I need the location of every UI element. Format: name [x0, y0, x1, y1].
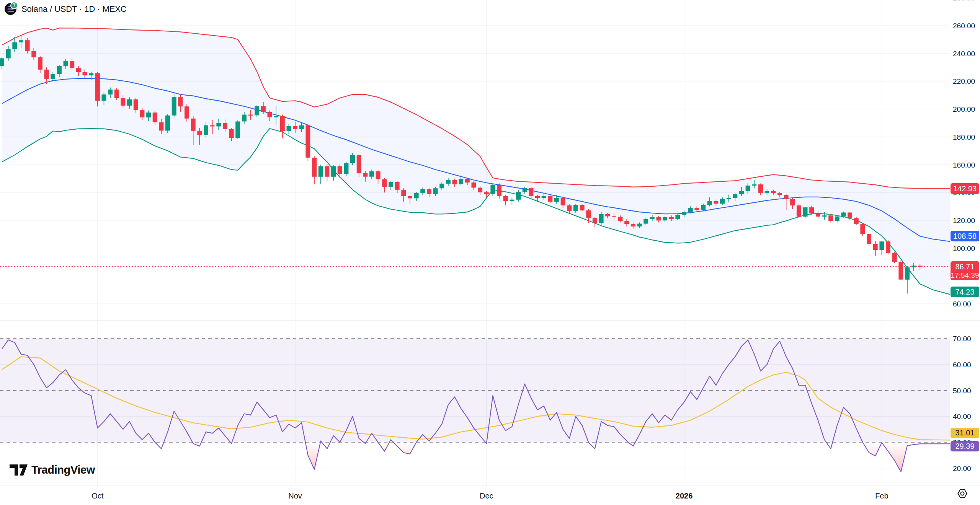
candle	[503, 196, 508, 201]
rsi-axis-label: 60.00	[953, 361, 971, 369]
price-axis-label: 200.00	[953, 105, 975, 113]
pane-settings-gear-icon[interactable]	[957, 489, 968, 498]
candle	[38, 57, 42, 70]
candle	[720, 199, 725, 204]
rsi-axis-label: 70.00	[953, 335, 971, 343]
solana-logo-icon: T	[5, 3, 16, 15]
candle	[293, 126, 297, 129]
price-axis-label: 220.00	[953, 77, 975, 85]
candle	[312, 158, 317, 177]
candle	[886, 241, 890, 253]
candle	[561, 198, 565, 205]
time-axis[interactable]: OctNovDec2026Feb	[91, 492, 888, 500]
candle	[165, 116, 170, 131]
bb-lower-value-badge: 74.23	[951, 287, 979, 297]
candle	[835, 217, 840, 221]
candle	[554, 198, 559, 202]
candle	[446, 180, 451, 184]
price-axis-label: 280.00	[953, 0, 975, 2]
candle	[918, 266, 922, 267]
tradingview-logo[interactable]: TradingView	[10, 464, 95, 476]
candle	[707, 201, 712, 205]
price-axis-label: 120.00	[953, 217, 975, 225]
rsi-value-badge: 29.39	[951, 441, 979, 451]
candle	[758, 184, 763, 193]
candle	[357, 155, 361, 173]
candle	[797, 205, 801, 217]
candle	[382, 179, 387, 187]
candle	[25, 40, 30, 51]
bollinger-fill	[2, 28, 958, 296]
candle	[860, 224, 865, 234]
last-price-badge: 86.7117:54:39	[951, 261, 979, 280]
candle	[573, 205, 578, 211]
candle	[439, 184, 444, 188]
tradingview-mark-icon	[10, 464, 28, 476]
candle	[185, 106, 189, 119]
tradingview-logo-text: TradingView	[31, 464, 95, 476]
last-price-text: 86.71	[951, 261, 979, 272]
candle	[287, 126, 291, 131]
candle	[255, 106, 259, 116]
candle	[261, 106, 266, 112]
candle	[848, 213, 852, 218]
candle	[280, 116, 285, 131]
candle	[484, 192, 489, 195]
candle	[127, 99, 132, 106]
candle	[153, 112, 157, 122]
candle	[76, 68, 81, 72]
candle	[268, 112, 272, 117]
symbol-header[interactable]: T Solana / USDT · 1D · MEXC	[5, 3, 127, 15]
candle	[542, 196, 546, 198]
candle	[523, 188, 527, 192]
price-axis-label: 100.00	[953, 244, 975, 252]
candle	[102, 94, 106, 101]
rsi-axis-label: 20.00	[953, 464, 971, 472]
candle	[816, 213, 820, 217]
candle	[841, 213, 846, 217]
candle	[350, 155, 355, 163]
candle	[229, 129, 234, 138]
candle	[414, 193, 419, 198]
candle	[210, 125, 215, 127]
candle	[140, 110, 144, 117]
rsi-axis[interactable]: 70.0060.0050.0040.0030.0020.00	[953, 335, 971, 472]
candle	[605, 214, 610, 217]
time-axis-label: Feb	[875, 492, 888, 500]
candle	[809, 207, 814, 213]
bollinger-bands	[2, 28, 958, 296]
candle	[159, 122, 163, 131]
candle	[401, 190, 406, 196]
price-axis-label: 260.00	[953, 22, 975, 30]
candle	[338, 166, 342, 174]
candle	[516, 192, 521, 199]
candle	[325, 166, 329, 177]
candle	[510, 200, 514, 201]
candle	[490, 185, 495, 194]
tether-logo-icon: T	[10, 2, 18, 9]
candle	[12, 42, 17, 49]
candle	[911, 266, 916, 267]
price-axis-label: 180.00	[953, 133, 975, 141]
time-axis-label: Nov	[288, 492, 302, 500]
candle	[803, 207, 808, 217]
candle	[892, 253, 897, 262]
candle	[197, 131, 202, 135]
candle	[663, 217, 667, 220]
candle	[191, 119, 196, 131]
candle	[331, 166, 336, 177]
candle	[548, 196, 552, 202]
price-axis-label: 160.00	[953, 161, 975, 169]
candle	[216, 123, 221, 127]
candle	[204, 125, 208, 135]
rsi-axis-label: 50.00	[953, 387, 971, 395]
candle	[114, 90, 119, 98]
candle	[873, 244, 878, 250]
chart-canvas[interactable]: 280.00260.00240.00220.00200.00180.00160.…	[0, 0, 980, 505]
solana-bar-icon	[7, 11, 14, 12]
candle	[376, 171, 381, 179]
candle	[867, 234, 871, 244]
candle	[644, 219, 648, 224]
candle	[771, 191, 776, 193]
candle	[299, 125, 304, 129]
